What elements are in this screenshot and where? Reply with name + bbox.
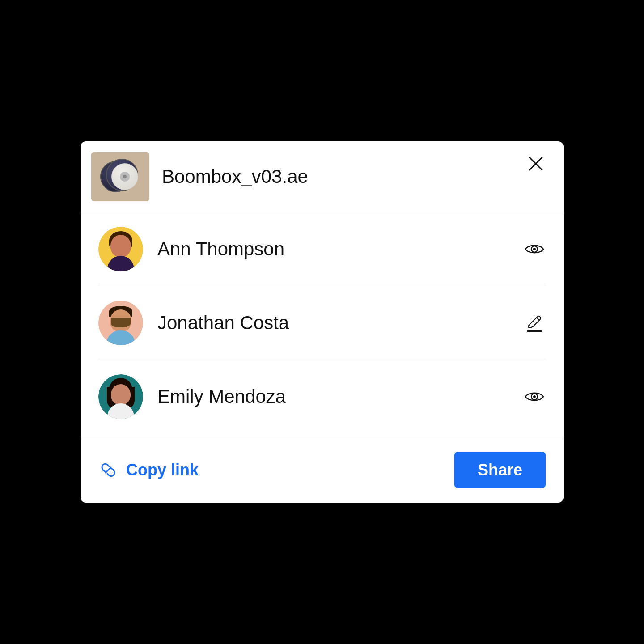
view-permission-emily[interactable] (523, 386, 546, 408)
svg-point-6 (533, 395, 536, 398)
share-label: Share (478, 461, 522, 479)
close-button[interactable] (526, 154, 546, 174)
view-permission-ann[interactable] (523, 238, 546, 260)
avatar-emily (98, 374, 143, 419)
copy-link-button[interactable]: Copy link (98, 460, 199, 480)
svg-line-7 (106, 467, 111, 473)
share-button[interactable]: Share (454, 452, 546, 488)
person-row-emily: Emily Mendoza (98, 360, 546, 433)
person-name-jonathan: Jonathan Costa (157, 312, 509, 334)
person-name-ann: Ann Thompson (157, 238, 509, 260)
modal-header: Boombox_v03.ae (80, 141, 564, 212)
edit-permission-jonathan[interactable] (523, 312, 546, 334)
svg-point-3 (533, 248, 536, 250)
file-title: Boombox_v03.ae (162, 166, 513, 187)
person-name-emily: Emily Mendoza (157, 386, 509, 407)
edit-underline (527, 330, 542, 332)
people-list: Ann Thompson Jonathan Costa (80, 212, 564, 433)
copy-link-label: Copy link (126, 461, 199, 479)
svg-line-4 (537, 318, 539, 320)
file-thumbnail (91, 152, 149, 201)
share-modal: Boombox_v03.ae Ann Thompson (80, 141, 564, 503)
person-row-jonathan: Jonathan Costa (98, 286, 546, 360)
avatar-ann (98, 227, 143, 271)
modal-footer: Copy link Share (80, 437, 564, 503)
person-row-ann: Ann Thompson (98, 212, 546, 286)
disc-white (111, 163, 138, 190)
link-icon (98, 460, 118, 480)
avatar-jonathan (98, 301, 143, 345)
